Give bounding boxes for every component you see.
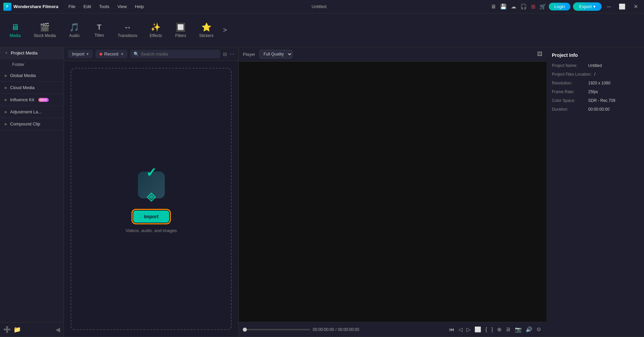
project-location-row: Project Files Location: / <box>552 72 639 77</box>
monitor-icon[interactable]: 🖥 <box>491 4 496 10</box>
logo-checkmark-icon: ✓ <box>146 166 157 179</box>
settings-icon[interactable]: ⚙ <box>535 325 542 334</box>
tool-stickers[interactable]: ⭐ Stickers <box>194 20 219 41</box>
sidebar-bottom: ➕ 📁 ◀ <box>0 322 64 337</box>
save-icon[interactable]: 💾 <box>500 3 507 10</box>
play-button[interactable]: ▷ <box>465 325 472 334</box>
tool-filters[interactable]: 🔲 Filters <box>169 20 192 41</box>
tool-effects[interactable]: ✨ Effects <box>144 20 167 41</box>
tool-audio[interactable]: 🎵 Audio <box>63 20 86 41</box>
time-separator: / <box>335 327 336 332</box>
time-display: 00:00:00:00 / 00:00:00:00 <box>313 327 445 332</box>
menu-help[interactable]: Help <box>131 3 147 10</box>
filter-icon[interactable]: ⊟ <box>223 51 227 57</box>
preview-controls: 00:00:00:00 / 00:00:00:00 ⏮ ◁ ▷ ⬜ { } ⊕ … <box>239 322 546 337</box>
volume-icon[interactable]: 🔊 <box>524 325 534 334</box>
total-time: 00:00:00:00 <box>338 327 359 332</box>
logo-diamond-icon <box>146 192 157 202</box>
frame-rate-label: Frame Rate: <box>552 89 585 94</box>
menu-tools[interactable]: Tools <box>96 3 113 10</box>
content-toolbar: Import ▾ Record ▾ 🔍 ⊟ ⋯ <box>64 47 238 61</box>
current-time: 00:00:00:00 <box>313 327 334 332</box>
menu-bar: File Edit Tools View Help <box>65 3 147 10</box>
sidebar-item-influence-kit[interactable]: ▶ Influence Kit NEW <box>0 94 64 106</box>
headset-icon[interactable]: 🎧 <box>520 3 527 10</box>
search-box: 🔍 <box>130 50 220 58</box>
import-hint-text: Videos, audio, and images <box>125 228 177 233</box>
project-location-label: Project Files Location: <box>552 72 592 77</box>
cloud-icon[interactable]: ☁ <box>511 3 516 10</box>
tool-titles[interactable]: T Titles <box>87 20 111 40</box>
import-dropdown-arrow: ▾ <box>86 51 89 57</box>
play-back-button[interactable]: ◁ <box>457 325 464 334</box>
tool-media[interactable]: 🖥 Media <box>3 20 27 41</box>
drop-zone: ✓ Import Videos, audio, and images <box>71 68 232 330</box>
login-button[interactable]: Login <box>549 3 570 10</box>
search-input[interactable] <box>141 51 217 57</box>
resolution-value: 1920 x 1080 <box>588 81 610 85</box>
project-info-title: Project Info <box>552 52 639 58</box>
filmora-logo-large: ✓ <box>131 165 172 205</box>
sidebar-item-adjustment-layer[interactable]: ▶ Adjustment La... <box>0 106 64 118</box>
tool-stock-media[interactable]: 🎬 Stock Media <box>28 20 61 41</box>
tool-transitions[interactable]: ↔ Transitions <box>112 20 143 41</box>
new-folder-icon[interactable]: 📁 <box>13 326 21 333</box>
preview-fullscreen-icon[interactable]: 🖼 <box>537 51 542 57</box>
import-big-button[interactable]: Import <box>133 211 169 223</box>
stock-media-icon: 🎬 <box>40 23 50 32</box>
title-bar-right: 🖥 💾 ☁ 🎧 ⊞ 🛒 Login Export ▾ ─ ⬜ ✕ <box>491 2 641 11</box>
preview-header: Player Full Quality 🖼 <box>239 47 546 62</box>
more-options-icon[interactable]: ⋯ <box>230 51 234 57</box>
frame-rate-value: 25fps <box>588 89 598 94</box>
monitor-out-icon[interactable]: 🖥 <box>504 325 512 334</box>
sidebar-item-project-media[interactable]: ▼ Project Media <box>0 47 64 59</box>
menu-edit[interactable]: Edit <box>80 3 94 10</box>
filters-icon: 🔲 <box>176 23 186 32</box>
sidebar-item-global-media[interactable]: ▶ Global Media <box>0 70 64 82</box>
title-icons: 🖥 💾 ☁ 🎧 ⊞ 🛒 <box>491 3 546 10</box>
record-button[interactable]: Record ▾ <box>96 50 127 58</box>
project-name-row: Project Name: Untitled <box>552 63 639 68</box>
effects-icon: ✨ <box>151 23 161 32</box>
minimize-button[interactable]: ─ <box>604 2 613 11</box>
cart-icon[interactable]: 🛒 <box>539 3 546 10</box>
mark-in-button[interactable]: { <box>484 325 488 334</box>
resolution-row: Resolution: 1920 x 1080 <box>552 81 639 85</box>
preview-slider-thumb <box>243 328 247 332</box>
project-info-panel: Project Info Project Name: Untitled Proj… <box>546 47 644 337</box>
menu-file[interactable]: File <box>65 3 79 10</box>
sidebar-item-compound-clip[interactable]: ▶ Compound Clip <box>0 118 64 130</box>
stop-button[interactable]: ⬜ <box>473 325 483 334</box>
snapshot-icon[interactable]: 📷 <box>514 325 523 334</box>
audio-icon: 🎵 <box>69 23 79 32</box>
toolbar-more-button[interactable]: > <box>220 24 230 37</box>
sidebar-item-cloud-media[interactable]: ▶ Cloud Media <box>0 82 64 94</box>
maximize-button[interactable]: ⬜ <box>616 2 628 11</box>
quality-select[interactable]: Full Quality <box>259 50 293 59</box>
preview-time-slider[interactable] <box>243 329 310 330</box>
import-button[interactable]: Import ▾ <box>68 50 93 58</box>
sidebar-item-folder[interactable]: Folder <box>0 59 64 70</box>
record-dot-icon <box>100 53 102 55</box>
mark-out-button[interactable]: } <box>490 325 494 334</box>
import-area: ✓ Import Videos, audio, and images <box>64 61 238 337</box>
grid-icon[interactable]: ⊞ <box>531 3 535 10</box>
titles-icon: T <box>97 23 101 32</box>
project-name-value: Untitled <box>588 63 602 68</box>
duration-row: Duration: 00:00:00:00 <box>552 107 639 112</box>
logo-icon: F <box>3 3 11 11</box>
influence-kit-badge: NEW <box>38 98 49 102</box>
add-to-timeline-button[interactable]: ⊕ <box>496 325 503 334</box>
frame-rate-row: Frame Rate: 25fps <box>552 89 639 94</box>
title-bar: F Wondershare Filmora File Edit Tools Vi… <box>0 0 644 13</box>
prev-frame-button[interactable]: ⏮ <box>448 325 456 334</box>
sidebar: ▼ Project Media Folder ▶ Global Media ▶ … <box>0 47 64 337</box>
media-icon: 🖥 <box>11 23 19 32</box>
content-panel: Import ▾ Record ▾ 🔍 ⊟ ⋯ ✓ <box>64 47 239 337</box>
add-media-icon[interactable]: ➕ <box>3 326 11 333</box>
close-button[interactable]: ✕ <box>631 2 641 11</box>
collapse-sidebar-icon[interactable]: ◀ <box>55 326 60 333</box>
export-button[interactable]: Export ▾ <box>573 2 602 11</box>
color-space-row: Color Space: SDR - Rec.709 <box>552 98 639 103</box>
menu-view[interactable]: View <box>114 3 130 10</box>
